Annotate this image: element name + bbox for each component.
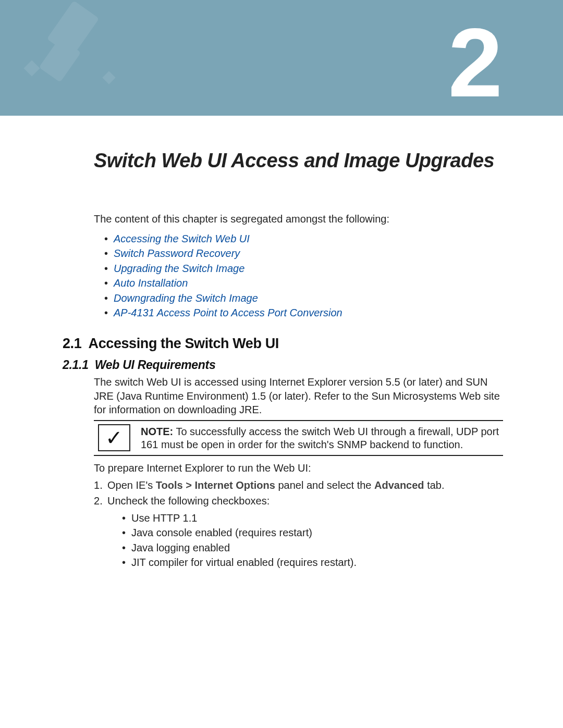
step-item: Uncheck the following checkboxes: Use HT…	[94, 493, 503, 570]
step1-pre: Open IE's	[107, 479, 156, 491]
sub-item: Java console enabled (requires restart)	[122, 525, 503, 540]
step-item: Open IE's Tools > Internet Options panel…	[94, 478, 503, 492]
toc-link-auto-install[interactable]: Auto Installation	[114, 277, 188, 289]
page-content: Switch Web UI Access and Image Upgrades …	[0, 116, 563, 570]
note-label: NOTE:	[141, 426, 173, 437]
step1-bold1: Tools > Internet Options	[156, 479, 275, 491]
section-heading: 2.1 Accessing the Switch Web UI	[63, 336, 503, 352]
toc-item: Auto Installation	[106, 276, 503, 290]
chapter-title: Switch Web UI Access and Image Upgrades	[94, 150, 503, 172]
steps-list: Open IE's Tools > Internet Options panel…	[94, 478, 503, 570]
toc-link-downgrading[interactable]: Downgrading the Switch Image	[114, 292, 258, 304]
chapter-toc: Accessing the Switch Web UI Switch Passw…	[106, 231, 503, 320]
svg-rect-3	[102, 71, 115, 84]
banner-decoration	[21, 0, 125, 104]
section-title: Accessing the Switch Web UI	[89, 336, 279, 351]
subsection-heading: 2.1.1 Web UI Requirements	[63, 358, 503, 372]
section-number: 2.1	[63, 336, 81, 351]
toc-link-password-recovery[interactable]: Switch Password Recovery	[114, 248, 240, 259]
note-body: To successfully access the switch Web UI…	[141, 426, 499, 451]
step1-mid: panel and select the	[275, 479, 374, 491]
step1-bold2: Advanced	[374, 479, 424, 491]
sub-item: Java logging enabled	[122, 540, 503, 555]
svg-rect-2	[23, 60, 40, 76]
toc-item: Downgrading the Switch Image	[106, 291, 503, 305]
toc-item: Switch Password Recovery	[106, 246, 503, 261]
toc-link-ap4131[interactable]: AP-4131 Access Point to Access Port Conv…	[114, 307, 342, 318]
note-box: ✓ NOTE: To successfully access the switc…	[94, 424, 503, 452]
note-text: NOTE: To successfully access the switch …	[141, 424, 503, 452]
toc-link-upgrading[interactable]: Upgrading the Switch Image	[114, 263, 244, 274]
checkmark-icon: ✓	[105, 427, 123, 448]
subsection-title: Web UI Requirements	[95, 358, 216, 372]
note-icon-box: ✓	[98, 424, 130, 451]
sub-item: JIT compiler for virtual enabled (requir…	[122, 555, 503, 570]
step1-post: tab.	[424, 479, 445, 491]
subsection-para: The switch Web UI is accessed using Inte…	[94, 375, 503, 416]
chapter-number: 2	[448, 6, 500, 116]
note-rule-bottom	[94, 455, 503, 456]
step2-sublist: Use HTTP 1.1 Java console enabled (requi…	[122, 511, 503, 570]
step2-text: Uncheck the following checkboxes:	[107, 495, 270, 507]
subsection-number: 2.1.1	[63, 358, 89, 372]
steps-lead: To prepare Internet Explorer to run the …	[94, 461, 503, 475]
note-rule-top	[94, 420, 503, 421]
chapter-banner: 2	[0, 0, 563, 116]
toc-item: Upgrading the Switch Image	[106, 261, 503, 276]
sub-item: Use HTTP 1.1	[122, 511, 503, 525]
toc-item: Accessing the Switch Web UI	[106, 231, 503, 246]
toc-item: AP-4131 Access Point to Access Port Conv…	[106, 305, 503, 320]
toc-link-accessing[interactable]: Accessing the Switch Web UI	[114, 233, 250, 244]
intro-text: The content of this chapter is segregate…	[94, 212, 503, 226]
